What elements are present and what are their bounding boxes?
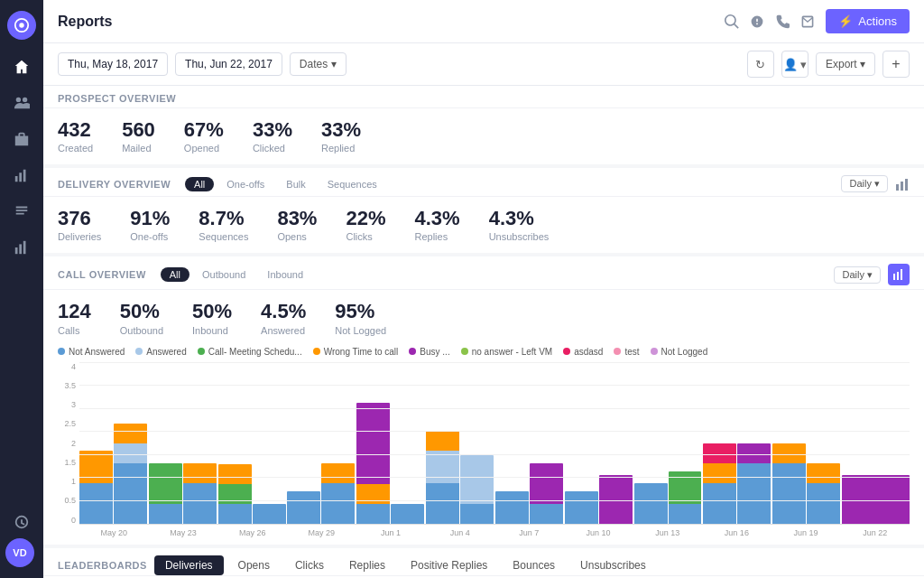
- prospect-overview-header: PROSPECT OVERVIEW: [43, 86, 924, 108]
- legend-wrong-time: Wrong Time to call: [313, 347, 399, 357]
- stat-label-clicked: Clicked: [253, 143, 292, 154]
- tab-lb-replies[interactable]: Replies: [338, 555, 396, 575]
- phone-icon[interactable]: [775, 14, 790, 29]
- legend-dot-not-answered: [58, 348, 65, 355]
- tab-lb-opens[interactable]: Opens: [227, 555, 281, 575]
- call-tabs: All Outbound Inbound: [161, 267, 312, 282]
- sidebar-item-chart[interactable]: [5, 159, 38, 191]
- stat-answered: 4.5% Answered: [261, 301, 306, 335]
- sidebar-item-home[interactable]: [5, 51, 38, 83]
- call-chart-icon-button[interactable]: [888, 264, 910, 285]
- add-button[interactable]: +: [882, 51, 910, 78]
- tab-lb-unsubscribes[interactable]: Unsubscribes: [569, 555, 657, 575]
- svg-rect-5: [896, 184, 899, 191]
- sidebar: VD: [0, 0, 43, 578]
- stat-replies: 4.3% Replies: [414, 208, 459, 242]
- call-header-right: Daily ▾: [834, 264, 910, 285]
- date-toolbar: Thu, May 18, 2017 Thu, Jun 22, 2017 Date…: [43, 43, 924, 86]
- stat-mailed: 560 Mailed: [122, 119, 155, 154]
- header-icons: [725, 14, 815, 29]
- lightning-icon: ⚡: [838, 14, 853, 28]
- stat-opened: 67% Opened: [184, 119, 224, 154]
- sidebar-item-people[interactable]: [5, 87, 38, 119]
- sidebar-item-bar[interactable]: [5, 231, 38, 264]
- grid-line: [79, 362, 910, 363]
- leaderboards-tabs: Deliveries Opens Clicks Replies Positive…: [154, 555, 657, 575]
- legend-not-logged: Not Logged: [651, 347, 708, 357]
- tab-lb-deliveries[interactable]: Deliveries: [154, 555, 224, 575]
- stat-label-mailed: Mailed: [122, 143, 155, 154]
- user-avatar[interactable]: VD: [5, 538, 34, 567]
- tab-lb-positive-replies[interactable]: Positive Replies: [400, 555, 498, 575]
- grid-line-bottom: [79, 524, 910, 525]
- refresh-button[interactable]: ↻: [747, 51, 774, 78]
- tab-call-inbound[interactable]: Inbound: [258, 267, 312, 282]
- start-date-button[interactable]: Thu, May 18, 2017: [58, 52, 168, 76]
- call-daily-dropdown[interactable]: Daily ▾: [834, 266, 881, 284]
- content-area: PROSPECT OVERVIEW 432 Created 560 Mailed…: [43, 86, 924, 578]
- legend-dot-test: [614, 348, 621, 355]
- stat-sequences: 8.7% Sequences: [199, 208, 248, 242]
- search-icon[interactable]: [725, 14, 739, 29]
- grid-lines: [79, 362, 910, 525]
- tab-delivery-all[interactable]: All: [185, 177, 214, 191]
- chart-wrapper: 4 3.5 3 2.5 2 1.5 1 0.5 0: [58, 362, 910, 525]
- delivery-overview-title: DELIVERY OVERVIEW: [58, 179, 171, 190]
- app-logo[interactable]: [7, 11, 36, 40]
- tab-call-outbound[interactable]: Outbound: [193, 267, 254, 282]
- sidebar-item-check[interactable]: [5, 195, 38, 228]
- tab-lb-bounces[interactable]: Bounces: [502, 555, 566, 575]
- sidebar-item-briefcase[interactable]: [5, 123, 38, 155]
- sidebar-item-clock[interactable]: [5, 506, 38, 538]
- tab-delivery-bulk[interactable]: Bulk: [277, 177, 314, 191]
- legend-answered: Answered: [135, 347, 186, 357]
- legend-not-answered: Not Answered: [58, 347, 125, 357]
- export-button[interactable]: Export ▾: [816, 52, 875, 76]
- legend-dot-no-answer-vm: [461, 348, 468, 355]
- user-filter-button[interactable]: 👤 ▾: [781, 51, 808, 78]
- chart-legend: Not Answered Answered Call- Meeting Sche…: [43, 341, 924, 362]
- tab-call-all[interactable]: All: [161, 267, 189, 282]
- tab-lb-clicks[interactable]: Clicks: [284, 555, 335, 575]
- svg-rect-3: [19, 244, 22, 254]
- y-axis: 4 3.5 3 2.5 2 1.5 1 0.5 0: [58, 362, 79, 525]
- svg-rect-6: [901, 182, 903, 191]
- delivery-header-right: Daily ▾: [841, 175, 910, 192]
- chart-bars-area: [79, 362, 910, 525]
- stat-unsubscribes: 4.3% Unsubscribes: [489, 208, 550, 242]
- stat-created: 432 Created: [58, 119, 93, 154]
- page-title: Reports: [58, 14, 714, 30]
- legend-dot-busy: [409, 348, 416, 355]
- legend-asdasd: asdasd: [563, 347, 603, 357]
- page-header: Reports ⚡ Actions: [43, 0, 924, 43]
- dates-dropdown-button[interactable]: Dates ▾: [290, 52, 346, 76]
- help-icon[interactable]: [750, 14, 764, 29]
- delivery-stats-row: 376 Deliveries 91% One-offs 8.7% Sequenc…: [43, 197, 924, 253]
- delivery-overview-section: DELIVERY OVERVIEW All One-offs Bulk Sequ…: [43, 168, 924, 253]
- delivery-daily-dropdown[interactable]: Daily ▾: [841, 175, 888, 192]
- svg-rect-9: [897, 272, 899, 280]
- legend-dot-call-meeting: [198, 348, 205, 355]
- tab-delivery-sequences[interactable]: Sequences: [319, 177, 386, 191]
- svg-rect-7: [905, 179, 908, 191]
- grid-line: [79, 431, 910, 432]
- legend-dot-answered: [135, 348, 143, 355]
- stat-label-replied: Replied: [321, 143, 361, 154]
- tab-delivery-oneoffs[interactable]: One-offs: [217, 177, 273, 191]
- stat-replied: 33% Replied: [321, 119, 361, 154]
- legend-dot-wrong-time: [313, 348, 320, 355]
- end-date-button[interactable]: Thu, Jun 22, 2017: [175, 52, 282, 76]
- bar-chart-icon[interactable]: [895, 177, 910, 191]
- stat-value-mailed: 560: [122, 119, 155, 141]
- svg-rect-10: [901, 269, 902, 280]
- stat-oneoffs: 91% One-offs: [130, 208, 170, 242]
- leaderboards-header: LEADERBOARDS Deliveries Opens Clicks Rep…: [43, 548, 924, 576]
- stat-opens: 83% Opens: [277, 208, 317, 242]
- leaderboards-section: LEADERBOARDS Deliveries Opens Clicks Rep…: [43, 548, 924, 578]
- main-content: Reports ⚡ Actions Thu, May 18, 2017 Thu,…: [43, 0, 924, 578]
- stat-clicks: 22% Clicks: [346, 208, 385, 242]
- actions-button[interactable]: ⚡ Actions: [826, 9, 910, 33]
- email-icon[interactable]: [800, 14, 815, 29]
- call-overview-title: CALL OVERVIEW: [58, 269, 146, 280]
- stat-value-opened: 67%: [184, 119, 224, 141]
